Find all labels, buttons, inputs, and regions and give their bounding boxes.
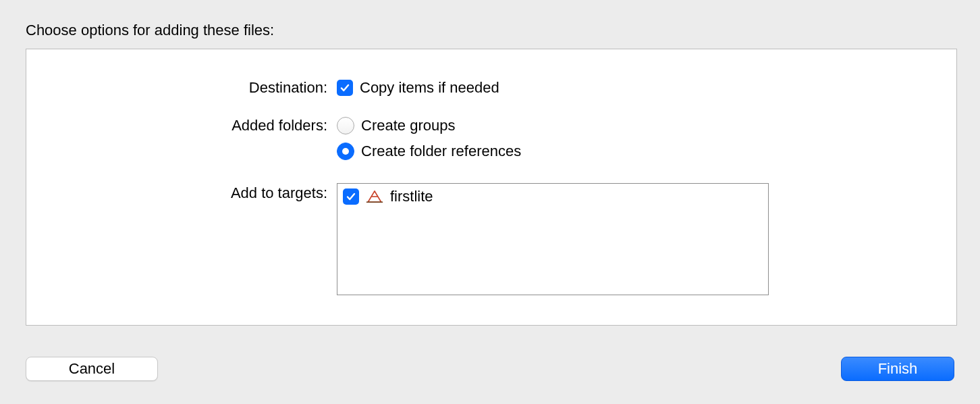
- app-target-icon: [366, 188, 383, 205]
- target-name: firstlite: [390, 188, 433, 205]
- target-item[interactable]: firstlite: [343, 188, 763, 205]
- added-folders-label: Added folders:: [26, 116, 337, 136]
- dialog-title: Choose options for adding these files:: [26, 22, 274, 39]
- create-folder-references-label: Create folder references: [361, 141, 521, 161]
- targets-list[interactable]: firstlite: [337, 183, 769, 295]
- create-groups-label: Create groups: [361, 116, 455, 136]
- checkmark-icon: [339, 82, 350, 93]
- add-to-targets-label: Add to targets:: [26, 183, 337, 203]
- dialog-footer: Cancel Finish: [0, 357, 980, 384]
- create-folder-references-radio[interactable]: [337, 143, 354, 160]
- options-panel: Destination: Copy items if needed Added …: [26, 49, 957, 326]
- copy-items-label: Copy items if needed: [360, 78, 499, 98]
- destination-label: Destination:: [26, 78, 337, 98]
- copy-items-checkbox[interactable]: [337, 80, 353, 96]
- create-groups-radio[interactable]: [337, 117, 354, 134]
- target-checkbox[interactable]: [343, 188, 359, 205]
- finish-button[interactable]: Finish: [841, 357, 954, 381]
- cancel-button[interactable]: Cancel: [26, 357, 158, 381]
- checkmark-icon: [346, 191, 356, 202]
